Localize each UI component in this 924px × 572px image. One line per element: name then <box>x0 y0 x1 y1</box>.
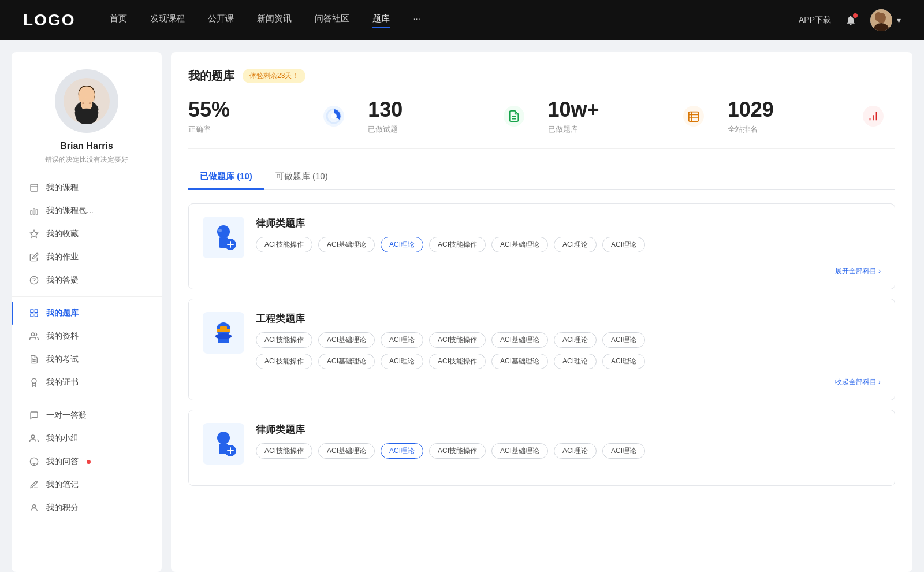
sidebar-divider-1 <box>12 296 162 297</box>
svg-point-46 <box>215 333 232 339</box>
tag-aci-skill-op-1[interactable]: ACI技能操作 <box>256 237 312 252</box>
tag-eng2-basic-theory-2[interactable]: ACI基础理论 <box>491 354 548 369</box>
svg-rect-19 <box>35 310 38 313</box>
stat-done-banks-label: 已做题库 <box>548 124 675 135</box>
sidebar-item-homework[interactable]: 我的作业 <box>12 246 162 269</box>
qbank-card-lawyer-1-title: 律师类题库 <box>256 217 881 230</box>
qbank-tabs: 已做题库 (10) 可做题库 (10) <box>188 165 895 190</box>
sidebar-label-profile: 我的资料 <box>46 331 79 341</box>
sidebar-label-certs: 我的证书 <box>46 377 79 388</box>
sidebar-item-notes[interactable]: 我的笔记 <box>12 473 162 496</box>
svg-marker-15 <box>30 230 38 237</box>
sidebar-item-questions[interactable]: 我的问答 <box>12 450 162 473</box>
svg-point-27 <box>30 458 38 465</box>
sidebar-divider-2 <box>12 399 162 399</box>
sidebar-item-qa[interactable]: 我的答疑 <box>12 269 162 292</box>
nav-more[interactable]: ··· <box>413 13 420 28</box>
svg-point-22 <box>31 333 34 336</box>
sidebar-item-favorites[interactable]: 我的收藏 <box>12 222 162 246</box>
nav-qa[interactable]: 问答社区 <box>315 13 349 28</box>
nav-news[interactable]: 新闻资讯 <box>257 13 292 28</box>
svg-point-8 <box>82 102 84 104</box>
stat-rank-icon <box>863 106 884 127</box>
stat-rank-label: 全站排名 <box>728 124 855 135</box>
stat-done-banks-value: 10w+ <box>548 98 675 122</box>
tag-eng2-skill-op-2[interactable]: ACI技能操作 <box>429 354 486 369</box>
expand-link-lawyer-1[interactable]: 展开全部科目 › <box>203 266 881 276</box>
sidebar-item-qbank[interactable]: 我的题库 <box>12 302 162 325</box>
nav-home[interactable]: 首页 <box>110 13 127 28</box>
tag-eng2-basic-theory-1[interactable]: ACI基础理论 <box>318 354 375 369</box>
tag-aci-theory-2[interactable]: ACI理论 <box>554 237 597 252</box>
sidebar-label-points: 我的积分 <box>46 503 79 513</box>
stat-done-questions-value: 130 <box>368 98 495 122</box>
tag-eng-theory-1[interactable]: ACI理论 <box>381 332 423 348</box>
logo[interactable]: LOGO <box>23 11 75 29</box>
user-avatar-area[interactable]: ▾ <box>870 9 901 31</box>
sidebar-item-courses[interactable]: 我的课程 <box>12 176 162 199</box>
tag-eng2-theory-3[interactable]: ACI理论 <box>602 354 645 369</box>
sidebar-item-exams[interactable]: 我的考试 <box>12 348 162 371</box>
page-title: 我的题库 <box>188 68 234 84</box>
tag-eng-basic-theory-1[interactable]: ACI基础理论 <box>318 332 375 348</box>
collapse-link-engineer[interactable]: 收起全部科目 › <box>203 377 881 387</box>
tag-law2-basic-theory-1[interactable]: ACI基础理论 <box>318 443 375 459</box>
sidebar-item-certs[interactable]: 我的证书 <box>12 371 162 394</box>
people-icon <box>29 433 39 444</box>
svg-point-26 <box>31 435 34 438</box>
tag-aci-skill-op-2[interactable]: ACI技能操作 <box>429 237 486 252</box>
pencil-icon <box>29 480 39 490</box>
svg-point-30 <box>331 113 337 119</box>
tag-aci-basic-theory-2[interactable]: ACI基础理论 <box>491 237 548 252</box>
tab-done[interactable]: 已做题库 (10) <box>188 165 264 190</box>
profile-motto: 错误的决定比没有决定要好 <box>45 155 128 165</box>
stat-done-banks-icon <box>683 106 704 127</box>
notification-bell[interactable] <box>843 12 859 28</box>
tag-eng-skill-op-2[interactable]: ACI技能操作 <box>429 332 486 348</box>
profile-avatar <box>55 69 118 133</box>
tag-law2-basic-theory-2[interactable]: ACI基础理论 <box>491 443 548 459</box>
trial-badge: 体验剩余23天！ <box>243 69 305 83</box>
qbank-card-engineer: 工程类题库 ACI技能操作 ACI基础理论 ACI理论 ACI技能操作 ACI基… <box>188 299 895 400</box>
lawyer-2-icon-wrap <box>203 423 244 465</box>
svg-point-28 <box>32 505 35 508</box>
tag-eng-theory-2[interactable]: ACI理论 <box>554 332 597 348</box>
sidebar-item-course-packages[interactable]: 我的课程包... <box>12 199 162 222</box>
sidebar-item-points[interactable]: 我的积分 <box>12 496 162 519</box>
tag-eng-theory-3[interactable]: ACI理论 <box>602 332 645 348</box>
nav-discover[interactable]: 发现课程 <box>150 13 185 28</box>
message-icon <box>29 410 39 421</box>
tag-aci-basic-theory-1[interactable]: ACI基础理论 <box>318 237 375 252</box>
tag-law2-theory-3[interactable]: ACI理论 <box>602 443 645 459</box>
tag-law2-theory-2[interactable]: ACI理论 <box>554 443 597 459</box>
svg-rect-18 <box>31 310 33 313</box>
tag-eng-basic-theory-2[interactable]: ACI基础理论 <box>491 332 548 348</box>
notification-dot <box>853 13 858 18</box>
tag-aci-theory-1[interactable]: ACI理论 <box>381 237 423 252</box>
stat-done-banks: 10w+ 已做题库 <box>536 98 716 135</box>
tag-law2-skill-op-1[interactable]: ACI技能操作 <box>256 443 312 459</box>
qbank-card-lawyer-2-header: 律师类题库 ACI技能操作 ACI基础理论 ACI理论 ACI技能操作 ACI基… <box>203 423 881 465</box>
app-download-link[interactable]: APP下载 <box>799 15 831 25</box>
svg-point-9 <box>89 102 91 104</box>
tag-eng2-theory-1[interactable]: ACI理论 <box>381 354 423 369</box>
page-header: 我的题库 体验剩余23天！ <box>188 68 895 84</box>
nav-qbank[interactable]: 题库 <box>372 13 390 28</box>
sidebar-item-one-on-one[interactable]: 一对一答疑 <box>12 404 162 427</box>
tag-eng2-skill-op-1[interactable]: ACI技能操作 <box>256 354 312 369</box>
nav-menu: 首页 发现课程 公开课 新闻资讯 问答社区 题库 ··· <box>110 13 799 28</box>
stat-accuracy: 55% 正确率 <box>188 98 356 135</box>
sidebar-item-groups[interactable]: 我的小组 <box>12 427 162 450</box>
tab-available[interactable]: 可做题库 (10) <box>264 165 340 190</box>
svg-rect-10 <box>31 184 38 191</box>
tag-law2-theory-1[interactable]: ACI理论 <box>381 443 423 459</box>
nav-open-course[interactable]: 公开课 <box>208 13 234 28</box>
tag-law2-skill-op-2[interactable]: ACI技能操作 <box>429 443 486 459</box>
profile-name: Brian Harris <box>60 141 113 151</box>
tag-eng-skill-op-1[interactable]: ACI技能操作 <box>256 332 312 348</box>
tag-aci-theory-3[interactable]: ACI理论 <box>602 237 645 252</box>
svg-point-49 <box>217 432 230 444</box>
sidebar-item-profile[interactable]: 我的资料 <box>12 325 162 348</box>
tag-eng2-theory-2[interactable]: ACI理论 <box>554 354 597 369</box>
qbank-card-engineer-header: 工程类题库 ACI技能操作 ACI基础理论 ACI理论 ACI技能操作 ACI基… <box>203 312 881 369</box>
